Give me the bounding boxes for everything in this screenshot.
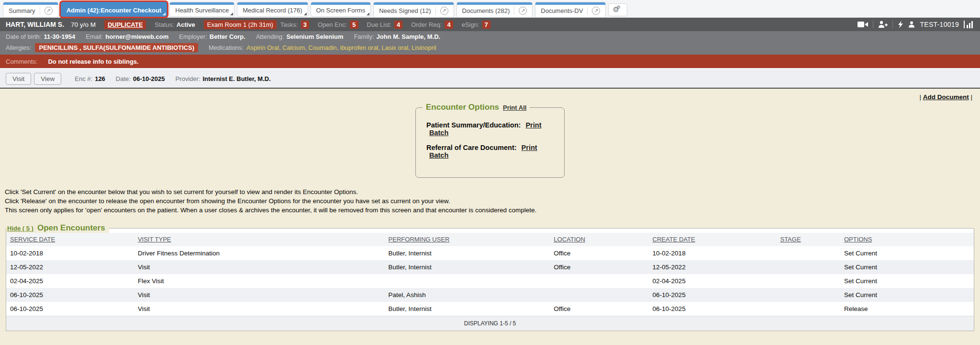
jump-arrow-icon[interactable]: ↗: [592, 7, 600, 15]
table-paging-status: DISPLAYING 1-5 / 5: [6, 316, 974, 331]
allergy-alert-chip[interactable]: PENICILLINS , SULFA(SULFONAMIDE ANTIBIOT…: [35, 43, 198, 52]
tab-summary[interactable]: Summary ↗: [3, 2, 58, 18]
cell-service-date: 10-02-2018: [6, 246, 134, 260]
column-header-create-date[interactable]: CREATE DATE: [649, 233, 777, 246]
column-header-performing-user[interactable]: PERFORMING USER: [385, 233, 550, 246]
tab-needs-signed[interactable]: Needs Signed (12) ↗: [373, 2, 454, 18]
visit-button[interactable]: Visit: [6, 73, 31, 85]
option-label: Patient Summary/Education:: [426, 121, 521, 129]
tab-menu-fold-icon: [367, 12, 369, 15]
batch-link[interactable]: Batch: [429, 151, 448, 159]
cell-performing-user: Butler, Internist: [385, 302, 550, 316]
cell-visit-type: Visit: [134, 288, 385, 302]
bar-chart-icon[interactable]: [964, 21, 974, 28]
person-icon[interactable]: [908, 21, 915, 28]
order-req-count-badge[interactable]: 4: [445, 21, 453, 29]
enc-date-value: 06-10-2025: [133, 75, 165, 82]
due-list-count-badge[interactable]: 4: [394, 21, 402, 29]
release-action[interactable]: Release: [840, 302, 974, 316]
column-header-service-date[interactable]: SERVICE DATE: [6, 233, 134, 246]
open-enc-label: Open Enc:: [318, 21, 347, 28]
tab-documents[interactable]: Documents (282) ↗: [457, 2, 533, 18]
instruction-line: Click 'Set Current' on the encounter bel…: [5, 187, 980, 196]
chart-tab-bar: Summary ↗ Admin (42):Encounter Checkout …: [0, 0, 980, 18]
tab-documents-dv[interactable]: Documents-DV ↗: [535, 2, 606, 18]
set-current-action[interactable]: Set Current: [840, 288, 974, 302]
encounter-option-row: Patient Summary/Education: Print Batch: [426, 121, 557, 137]
encounter-options-panel: Encounter Options Print All Patient Summ…: [415, 103, 565, 178]
column-header-visit-type[interactable]: VISIT TYPE: [134, 233, 385, 246]
set-current-action[interactable]: Set Current: [840, 260, 974, 274]
gear-small-icon: ⚙: [617, 5, 621, 10]
cell-location: [550, 274, 648, 288]
video-camera-icon[interactable]: [858, 21, 868, 28]
patient-id: TEST-10019: [920, 21, 959, 28]
cell-create-date: 06-10-2025: [649, 302, 777, 316]
duplicate-flag[interactable]: DUPLICATE: [104, 20, 146, 29]
dob-label: Date of birth:: [6, 33, 41, 40]
dob-value: 11-30-1954: [44, 33, 75, 40]
batch-link[interactable]: Batch: [429, 129, 448, 137]
instructions-block: Click 'Set Current' on the encounter bel…: [5, 187, 980, 215]
lightning-bolt-icon[interactable]: [898, 21, 903, 28]
employer-value: Better Corp.: [210, 33, 245, 40]
demographics-row: Date of birth: 11-30-1954 Email: horner@…: [0, 31, 980, 42]
add-document-row: | Add Document |: [0, 89, 980, 101]
hide-toggle-link[interactable]: Hide ( 5 ): [7, 225, 33, 232]
print-link[interactable]: Print: [525, 121, 541, 129]
tab-label: Documents (282): [462, 7, 510, 14]
tab-admin-encounter-checkout[interactable]: Admin (42):Encounter Checkout: [61, 2, 167, 17]
jump-arrow-icon[interactable]: ↗: [519, 7, 527, 15]
medications-list[interactable]: Aspirin Oral, Calcium, Coumadin, ibuprof…: [246, 44, 436, 51]
tab-label: Health Surveillance: [175, 7, 229, 14]
divider: [873, 21, 873, 28]
tab-label: On Screen Forms: [316, 7, 366, 14]
add-person-icon[interactable]: [878, 21, 888, 28]
instruction-line: Click 'Release' on the encounter to rele…: [5, 196, 980, 206]
status-value: Active: [177, 21, 195, 28]
tab-settings-button[interactable]: ⚙⚙: [608, 3, 627, 16]
provider-value: Internist E. Butler, M.D.: [202, 75, 270, 82]
tab-medical-record[interactable]: Medical Record (176): [237, 2, 308, 17]
cell-stage: [776, 302, 840, 316]
open-enc-count-badge[interactable]: 5: [350, 21, 358, 29]
tab-on-screen-forms[interactable]: On Screen Forms: [311, 2, 371, 17]
column-header-stage[interactable]: STAGE: [776, 233, 840, 246]
tab-health-surveillance[interactable]: Health Surveillance: [169, 2, 234, 17]
cell-visit-type: Driver Fitness Determination: [134, 246, 385, 260]
tasks-count-badge[interactable]: 3: [301, 21, 309, 29]
tab-label: Documents-DV: [541, 7, 583, 14]
column-header-options[interactable]: OPTIONS: [840, 233, 974, 246]
patient-age-sex: 70 y/o M: [71, 21, 96, 28]
table-row: 06-10-2025 Visit Patel, Ashish 06-10-202…: [6, 288, 974, 302]
set-current-action[interactable]: Set Current: [840, 274, 974, 288]
add-document-link[interactable]: Add Document: [923, 93, 969, 101]
email-value: horner@mieweb.com: [105, 33, 168, 40]
jump-arrow-icon[interactable]: ↗: [440, 7, 448, 15]
patient-name: HART, WILLIAM S.: [6, 21, 64, 28]
comments-row: Comments: Do not release info to sibling…: [0, 55, 980, 68]
instruction-line: This screen only applies for 'open' enco…: [5, 206, 980, 215]
allergies-label: Allergies:: [6, 44, 31, 51]
esign-count-badge[interactable]: 7: [482, 21, 490, 29]
exam-room-chip[interactable]: Exam Room 1 (2h 31m): [204, 20, 277, 29]
print-link[interactable]: Print: [522, 144, 537, 151]
cell-create-date: 12-05-2022: [649, 260, 777, 274]
family-value: John M. Sample, M.D.: [377, 33, 441, 40]
status-label: Status:: [155, 21, 174, 28]
open-encounters-panel: Hide ( 5 ) Open Encounters SERVICE DATE …: [6, 223, 974, 331]
tasks-label: Tasks:: [280, 21, 298, 28]
tab-menu-fold-icon: [230, 12, 233, 15]
comments-label: Comments:: [6, 58, 37, 65]
table-header-row: SERVICE DATE VISIT TYPE PERFORMING USER …: [6, 233, 974, 246]
cell-service-date: 06-10-2025: [6, 302, 134, 316]
column-header-location[interactable]: LOCATION: [550, 233, 648, 246]
set-current-action[interactable]: Set Current: [840, 246, 974, 260]
jump-arrow-icon[interactable]: ↗: [45, 7, 53, 15]
cell-performing-user: Butler, Internist: [385, 246, 550, 260]
attending-value: Selenium Selenium: [286, 33, 343, 40]
view-button[interactable]: View: [34, 73, 61, 85]
cell-create-date: 10-02-2018: [649, 246, 777, 260]
enc-number-label: Enc #:: [75, 75, 92, 82]
print-all-link[interactable]: Print All: [503, 104, 526, 111]
